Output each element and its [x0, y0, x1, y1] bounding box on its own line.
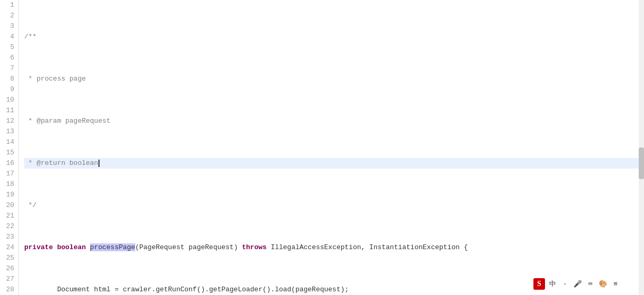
scrollbar-right[interactable] — [639, 0, 644, 295]
line-num-25: 25 — [2, 253, 14, 263]
ime-chinese-icon[interactable]: 中 — [547, 279, 558, 289]
code-line-3: * @param pageRequest — [24, 116, 644, 126]
sogou-logo-icon: S — [533, 278, 545, 290]
line-num-13: 13 — [2, 126, 14, 137]
line-num-20: 20 — [2, 200, 14, 211]
line-num-7: 7 — [2, 63, 14, 74]
line-num-6: 6 — [2, 53, 14, 63]
taskbar-overlay: S 中 · 🎤 ⌨ 🎨 ≡ — [531, 277, 623, 291]
line-num-9: 9 — [2, 84, 14, 95]
editor-container: 1 2 3 4 5 6 7 8 9 10 11 12 13 14 15 16 1… — [0, 0, 644, 295]
line-num-22: 22 — [2, 221, 14, 232]
code-line-6: private boolean processPage(PageRequest … — [24, 242, 644, 253]
line-num-28: 28 — [2, 284, 14, 295]
line-num-12: 12 — [2, 116, 14, 126]
code-area[interactable]: /** * process page * @param pageRequest … — [19, 0, 644, 295]
line-num-26: 26 — [2, 263, 14, 274]
line-num-1: 1 — [2, 0, 14, 11]
line-num-21: 21 — [2, 211, 14, 221]
line-num-19: 19 — [2, 190, 14, 200]
ime-mic-icon[interactable]: 🎤 — [572, 279, 583, 289]
line-num-18: 18 — [2, 179, 14, 190]
scrollbar-thumb[interactable] — [639, 148, 644, 179]
line-numbers: 1 2 3 4 5 6 7 8 9 10 11 12 13 14 15 16 1… — [0, 0, 19, 295]
line-num-4: 4 — [2, 32, 14, 42]
line-num-23: 23 — [2, 232, 14, 242]
ime-skin-icon[interactable]: 🎨 — [598, 279, 608, 289]
line-num-27: 27 — [2, 274, 14, 284]
line-num-17: 17 — [2, 169, 14, 179]
line-num-3: 3 — [2, 21, 14, 32]
line-num-24: 24 — [2, 242, 14, 253]
code-line-1: /** — [24, 32, 644, 42]
line-num-5: 5 — [2, 42, 14, 53]
line-num-15: 15 — [2, 148, 14, 158]
line-num-11: 11 — [2, 105, 14, 116]
code-line-4: * @return boolean — [24, 158, 644, 169]
ime-more-icon[interactable]: ≡ — [610, 279, 621, 289]
line-num-2: 2 — [2, 11, 14, 21]
line-num-16: 16 — [2, 158, 14, 169]
code-line-2: * process page — [24, 74, 644, 84]
line-num-10: 10 — [2, 95, 14, 105]
code-line-5: */ — [24, 200, 644, 211]
line-num-8: 8 — [2, 74, 14, 84]
ime-dot-icon[interactable]: · — [560, 279, 570, 289]
line-num-14: 14 — [2, 137, 14, 148]
ime-keyboard-icon[interactable]: ⌨ — [585, 279, 596, 289]
